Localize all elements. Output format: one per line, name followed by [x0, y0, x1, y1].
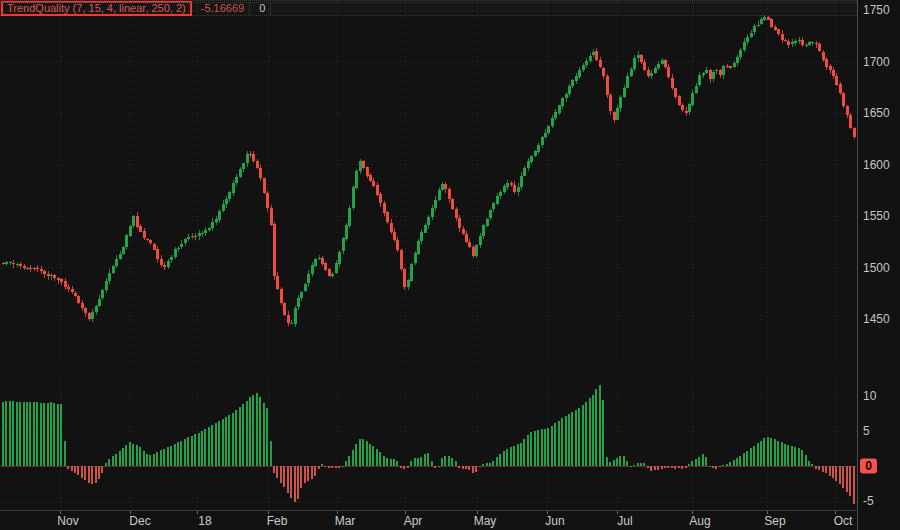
- candle[interactable]: [280, 289, 283, 303]
- candle[interactable]: [643, 62, 646, 70]
- candle[interactable]: [726, 66, 729, 67]
- candle[interactable]: [19, 264, 22, 266]
- histogram-bar[interactable]: [650, 466, 652, 471]
- histogram-bar[interactable]: [314, 466, 316, 476]
- candle[interactable]: [88, 313, 91, 319]
- histogram-bar[interactable]: [26, 402, 28, 466]
- histogram-bar[interactable]: [297, 466, 299, 499]
- candle[interactable]: [438, 190, 441, 200]
- histogram-bar[interactable]: [390, 459, 392, 466]
- candle[interactable]: [798, 40, 801, 41]
- histogram-bar[interactable]: [417, 458, 419, 466]
- candle[interactable]: [794, 41, 797, 42]
- histogram-bar[interactable]: [259, 397, 261, 466]
- histogram-bar[interactable]: [290, 466, 292, 498]
- histogram-bar[interactable]: [688, 464, 690, 466]
- candle[interactable]: [64, 281, 67, 287]
- histogram-bar[interactable]: [691, 461, 693, 466]
- candle[interactable]: [342, 238, 345, 251]
- histogram-bar[interactable]: [29, 402, 31, 466]
- candle[interactable]: [499, 192, 502, 195]
- candle[interactable]: [239, 169, 242, 177]
- candle[interactable]: [77, 296, 80, 303]
- histogram-bar[interactable]: [517, 444, 519, 466]
- candle[interactable]: [201, 233, 204, 234]
- histogram-bar[interactable]: [784, 444, 786, 466]
- histogram-bar[interactable]: [606, 457, 608, 466]
- candle[interactable]: [304, 284, 307, 291]
- candle[interactable]: [386, 212, 389, 222]
- candle[interactable]: [595, 51, 598, 59]
- candle[interactable]: [818, 44, 821, 51]
- candle[interactable]: [630, 69, 633, 76]
- histogram-bar[interactable]: [335, 466, 337, 468]
- candle[interactable]: [149, 240, 152, 243]
- candle[interactable]: [307, 274, 310, 284]
- histogram-bar[interactable]: [726, 464, 728, 466]
- histogram-bar[interactable]: [424, 454, 426, 466]
- candle[interactable]: [376, 185, 379, 194]
- candle[interactable]: [746, 37, 749, 43]
- candle[interactable]: [136, 216, 139, 227]
- candle[interactable]: [606, 76, 609, 95]
- candle[interactable]: [777, 29, 780, 34]
- histogram-bar[interactable]: [5, 401, 7, 466]
- price-chart-panel[interactable]: [0, 0, 857, 362]
- candle[interactable]: [204, 230, 207, 233]
- histogram-bar[interactable]: [95, 466, 97, 483]
- histogram-bar[interactable]: [510, 447, 512, 466]
- candle[interactable]: [739, 50, 742, 57]
- histogram-bar[interactable]: [101, 466, 103, 473]
- histogram-bar[interactable]: [91, 466, 93, 484]
- histogram-bar[interactable]: [661, 466, 663, 469]
- candle[interactable]: [60, 279, 63, 281]
- histogram-bar[interactable]: [201, 431, 203, 466]
- histogram-bar[interactable]: [372, 446, 374, 466]
- histogram-bar[interactable]: [410, 461, 412, 466]
- candle[interactable]: [33, 268, 36, 269]
- candle[interactable]: [345, 225, 348, 239]
- histogram-bar[interactable]: [125, 445, 127, 466]
- candle[interactable]: [647, 70, 650, 76]
- histogram-bar[interactable]: [321, 464, 323, 466]
- histogram-bar[interactable]: [211, 425, 213, 466]
- histogram-bar[interactable]: [376, 449, 378, 466]
- histogram-bar[interactable]: [527, 435, 529, 466]
- candle[interactable]: [108, 273, 111, 281]
- candle[interactable]: [554, 112, 557, 118]
- histogram-bar[interactable]: [719, 466, 721, 467]
- histogram-bar[interactable]: [671, 466, 673, 468]
- histogram-bar[interactable]: [647, 466, 649, 468]
- histogram-bar[interactable]: [444, 456, 446, 466]
- histogram-bar[interactable]: [530, 432, 532, 466]
- histogram-bar[interactable]: [739, 456, 741, 466]
- histogram-bar[interactable]: [685, 466, 687, 468]
- candle[interactable]: [613, 112, 616, 120]
- histogram-bar[interactable]: [801, 450, 803, 466]
- histogram-bar[interactable]: [568, 414, 570, 466]
- histogram-bar[interactable]: [475, 466, 477, 472]
- candle[interactable]: [685, 111, 688, 113]
- candle[interactable]: [602, 68, 605, 76]
- candle[interactable]: [119, 254, 122, 259]
- histogram-bar[interactable]: [160, 450, 162, 466]
- histogram-bar[interactable]: [777, 441, 779, 466]
- histogram-bar[interactable]: [763, 438, 765, 466]
- histogram-bar[interactable]: [307, 466, 309, 481]
- candle[interactable]: [125, 235, 128, 247]
- candle[interactable]: [592, 52, 595, 56]
- candle[interactable]: [424, 225, 427, 233]
- candle[interactable]: [530, 156, 533, 162]
- histogram-bar[interactable]: [849, 466, 851, 496]
- histogram-bar[interactable]: [338, 466, 340, 468]
- candle[interactable]: [400, 250, 403, 269]
- candle[interactable]: [729, 66, 732, 67]
- candle[interactable]: [16, 264, 19, 265]
- candle[interactable]: [43, 271, 46, 274]
- candle[interactable]: [139, 226, 142, 231]
- candle[interactable]: [129, 226, 132, 236]
- histogram-bar[interactable]: [633, 465, 635, 466]
- histogram-bar[interactable]: [715, 466, 717, 469]
- candle[interactable]: [417, 241, 420, 254]
- histogram-bar[interactable]: [547, 428, 549, 466]
